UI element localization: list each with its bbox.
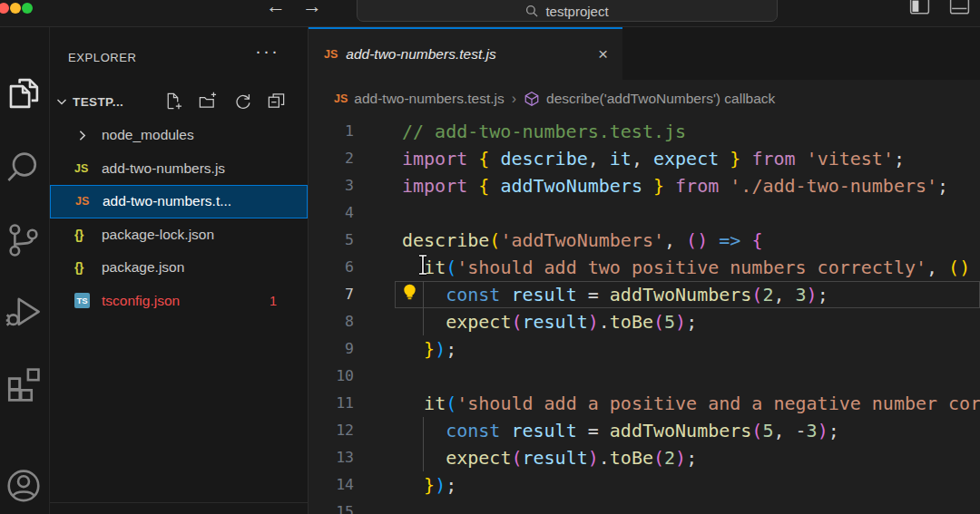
- js-file-icon: JS: [324, 48, 338, 61]
- new-file-icon[interactable]: [163, 92, 182, 111]
- code-lines[interactable]: // add-two-numbers.test.jsimport { descr…: [309, 118, 980, 514]
- file-tree: node_modulesJSadd-two-numbers.jsJSadd-tw…: [50, 119, 308, 317]
- file-row[interactable]: JSadd-two-numbers.js: [50, 152, 308, 186]
- file-label: tsconfig.json: [102, 293, 180, 309]
- outline-section-header[interactable]: OUTLINE: [50, 505, 308, 514]
- search-icon: [525, 5, 539, 18]
- breadcrumb-label: add-two-numbers.test.js: [354, 91, 504, 107]
- file-label: add-two-numbers.js: [102, 160, 225, 177]
- code-editor[interactable]: 123456789101112131415 // add-two-numbers…: [309, 118, 980, 514]
- breadcrumb-separator: ›: [512, 91, 516, 107]
- tab-label: add-two-numbers.test.js: [346, 46, 588, 63]
- navigate-back-button[interactable]: ←: [266, 0, 286, 19]
- breadcrumb-label: describe('addTwoNumbers') callback: [546, 91, 775, 107]
- ts-file-icon: TS: [74, 293, 90, 308]
- collapse-all-icon[interactable]: [267, 92, 286, 111]
- close-tab-icon[interactable]: ×: [596, 44, 610, 64]
- project-section-header[interactable]: TESTP...: [50, 86, 308, 117]
- navigate-forward-button[interactable]: →: [302, 0, 322, 19]
- json-braces-icon: {}: [74, 260, 83, 275]
- breadcrumbs: JSadd-two-numbers.test.js›describe('addT…: [309, 80, 980, 118]
- explorer-icon[interactable]: [5, 74, 43, 112]
- breadcrumb-item[interactable]: describe('addTwoNumbers') callback: [524, 91, 775, 107]
- command-center-text: testproject: [545, 0, 608, 19]
- file-row[interactable]: {}package-lock.json: [50, 218, 308, 252]
- js-test-file-icon: JS: [334, 92, 348, 105]
- run-and-debug-icon[interactable]: [5, 292, 43, 330]
- new-folder-icon[interactable]: [198, 92, 217, 111]
- source-control-icon[interactable]: [5, 221, 43, 259]
- file-label: add-two-numbers.t...: [103, 193, 231, 209]
- lightbulb-icon[interactable]: [400, 283, 419, 302]
- tab-bar: JS add-two-numbers.test.js ×: [309, 27, 980, 80]
- code-line: const result = addTwoNumbers(5, -3);: [309, 417, 980, 444]
- project-name: TESTP...: [73, 95, 123, 109]
- json-braces-icon: {}: [74, 228, 83, 242]
- code-line: [309, 363, 980, 390]
- file-row[interactable]: {}package.json: [50, 251, 308, 285]
- file-label: package-lock.json: [102, 227, 214, 243]
- problem-count-badge: 1: [270, 294, 277, 308]
- explorer-more-actions[interactable]: ···: [255, 40, 279, 62]
- js-file-icon: JS: [74, 162, 88, 175]
- section-divider: [50, 502, 308, 503]
- code-line: it('should add two positive numbers corr…: [309, 254, 980, 281]
- file-label: package.json: [102, 259, 184, 276]
- extensions-icon[interactable]: [5, 364, 43, 402]
- toggle-panel-icon[interactable]: [948, 0, 971, 17]
- file-row[interactable]: JSadd-two-numbers.t...: [50, 185, 308, 218]
- chevron-down-icon: [53, 92, 71, 111]
- toggle-sidebar-icon[interactable]: [908, 0, 931, 17]
- code-line: // add-two-numbers.test.js: [309, 118, 980, 145]
- editor-group: JS add-two-numbers.test.js × JSadd-two-n…: [309, 27, 980, 514]
- close-window-button[interactable]: [0, 3, 9, 14]
- file-label: node_modules: [102, 127, 194, 143]
- account-icon[interactable]: [5, 466, 43, 504]
- sidebar-title: EXPLORER: [68, 51, 137, 64]
- breadcrumb-item[interactable]: JSadd-two-numbers.test.js: [334, 91, 505, 107]
- search-view-icon[interactable]: [5, 149, 43, 187]
- code-line: it('should add a positive and a negative…: [309, 390, 980, 417]
- titlebar: ← → testproject: [0, 0, 980, 27]
- command-center-search[interactable]: testproject: [357, 0, 778, 22]
- code-line: });: [309, 471, 980, 499]
- code-line: import { addTwoNumbers } from './add-two…: [309, 172, 980, 199]
- code-line: import { describe, it, expect } from 'vi…: [309, 145, 980, 172]
- text-cursor-pointer: [416, 254, 429, 276]
- tab-add-two-numbers-test[interactable]: JS add-two-numbers.test.js ×: [309, 27, 622, 80]
- symbol-cube-icon: [524, 91, 540, 107]
- explorer-sidebar: EXPLORER ··· TESTP...: [50, 27, 309, 514]
- refresh-icon[interactable]: [232, 92, 251, 111]
- code-line: [309, 499, 980, 514]
- minimize-window-button[interactable]: [10, 3, 21, 14]
- chevron-right-icon: [74, 128, 90, 143]
- zoom-window-button[interactable]: [22, 3, 33, 14]
- js-test-file-icon: JS: [75, 195, 89, 208]
- code-line: expect(result).toBe(5);: [309, 308, 980, 335]
- code-line: [309, 199, 980, 227]
- activity-bar: [0, 27, 50, 514]
- file-row[interactable]: node_modules: [50, 119, 308, 152]
- code-line: expect(result).toBe(2);: [309, 444, 980, 471]
- vscode-window: ← → testproject: [0, 0, 980, 514]
- code-line: });: [309, 335, 980, 363]
- file-row[interactable]: TStsconfig.json1: [50, 285, 308, 318]
- code-line: describe('addTwoNumbers', () => {: [309, 227, 980, 254]
